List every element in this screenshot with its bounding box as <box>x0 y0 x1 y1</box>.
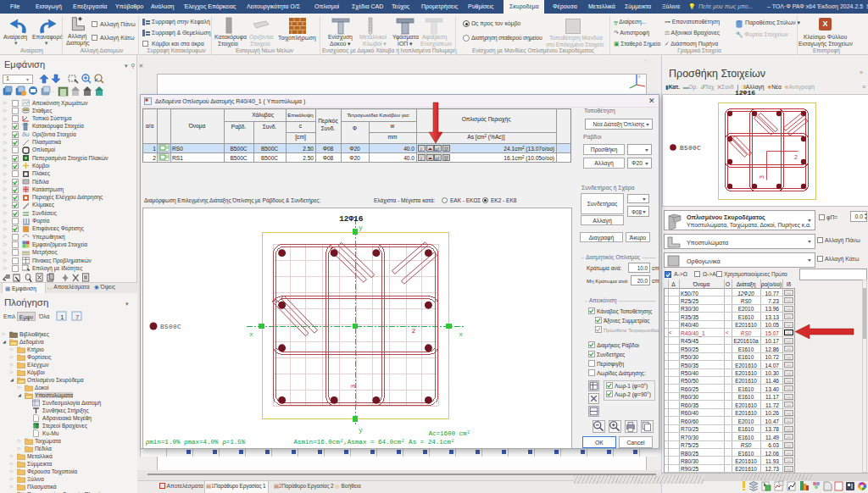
svg-text:2: 2 <box>794 154 798 160</box>
svg-text:3: 3 <box>759 175 765 179</box>
svg-text:B500C: B500C <box>160 324 181 330</box>
svg-text:Asmin=16.0cm²,Asmax = 64.0cm²: Asmin=16.0cm²,Asmax = 64.0cm² As = 24.1c… <box>294 439 455 446</box>
svg-text:δω: δω <box>22 131 30 137</box>
svg-text:Ac=1600 cm²: Ac=1600 cm² <box>428 430 470 437</box>
svg-text:12Φ16: 12Φ16 <box>339 214 364 224</box>
svg-text:B500C: B500C <box>680 145 701 152</box>
svg-text:μ!: μ! <box>436 155 440 160</box>
svg-text:z: z <box>638 74 641 79</box>
svg-text:2: 2 <box>412 327 416 335</box>
svg-text:ρmin=1.0% ρmax=4.0% ρ=1.5%: ρmin=1.0% ρmax=4.0% ρ=1.5% <box>146 439 246 446</box>
svg-text:·: · <box>52 88 54 96</box>
svg-text:1: 1 <box>60 313 64 321</box>
svg-text:y: y <box>359 224 363 231</box>
svg-text:x: x <box>459 330 463 338</box>
svg-text:7: 7 <box>75 313 80 321</box>
svg-text:x: x <box>249 330 253 338</box>
svg-text:y: y <box>359 426 363 434</box>
svg-text:3: 3 <box>349 384 357 388</box>
svg-text:μ!: μ! <box>436 146 440 151</box>
